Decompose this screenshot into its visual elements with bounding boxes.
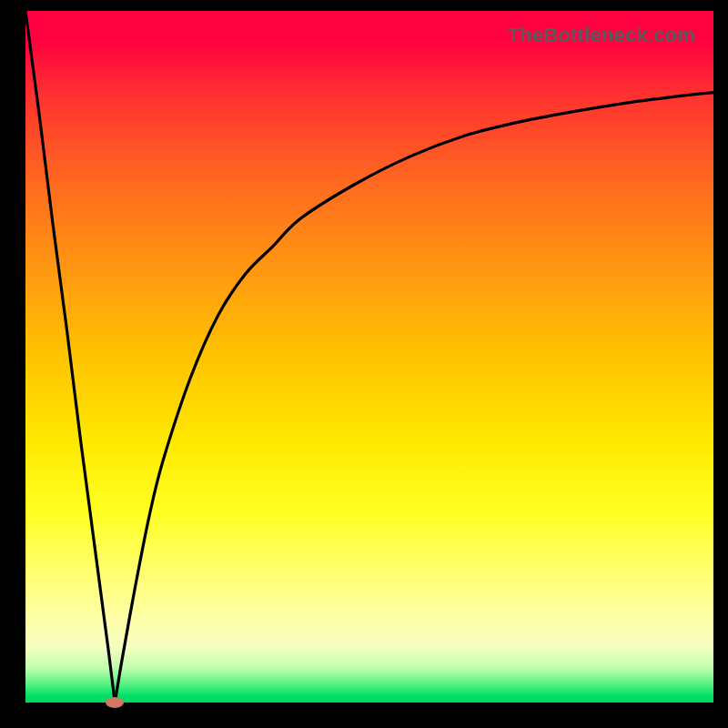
bottleneck-curve [25,11,713,703]
plot-area: TheBottleneck.com [25,11,713,703]
minimum-marker [106,697,124,708]
curve-path [25,11,713,703]
chart-frame: TheBottleneck.com [0,0,728,728]
